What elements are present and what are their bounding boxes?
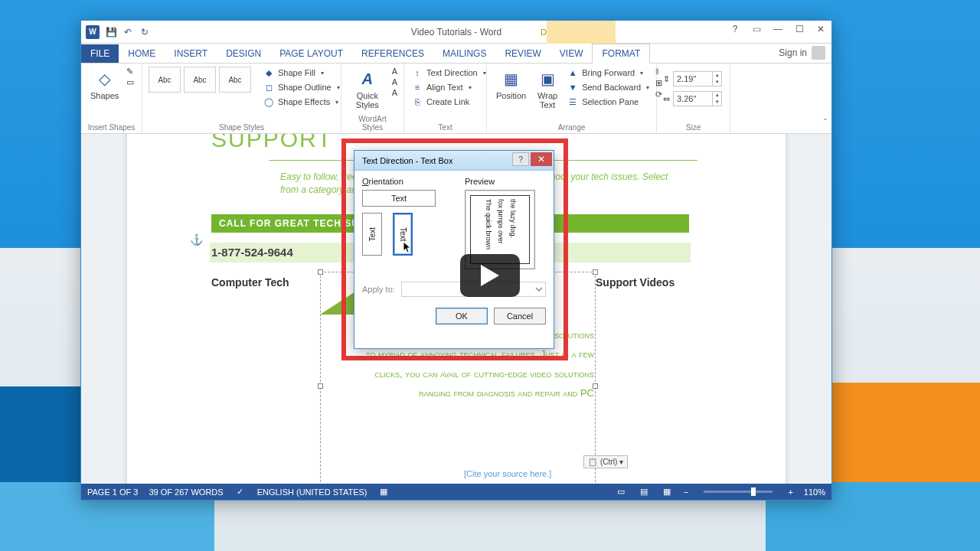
ribbon-display-button[interactable]: ▭: [746, 21, 767, 37]
ok-button[interactable]: OK: [436, 308, 488, 324]
page-indicator[interactable]: PAGE 1 OF 3: [87, 487, 138, 497]
titlebar[interactable]: W 💾 ↶ ↻ Video Tutorials - Word DRAWING T…: [81, 21, 831, 44]
shape-outline-button[interactable]: ◻Shape Outline▾: [262, 81, 341, 93]
preview-label: Preview: [465, 177, 535, 186]
spellcheck-icon[interactable]: ✓: [234, 487, 247, 497]
group-wordart: A Quick Styles A A A WordArt Styles: [341, 64, 404, 133]
fill-icon: ◆: [263, 67, 274, 78]
citation-placeholder: [Cite your source here.]: [464, 469, 551, 478]
label: Shape Fill: [278, 68, 315, 77]
sign-in-label: Sign in: [779, 47, 807, 58]
orientation-horizontal[interactable]: Text: [362, 190, 436, 207]
sign-in[interactable]: Sign in: [779, 46, 825, 60]
group-arrange: ▦Position ▣Wrap Text ▲Bring Forward▾ ▼Se…: [487, 64, 657, 133]
shape-effects-button[interactable]: ◯Shape Effects▾: [262, 96, 341, 108]
language[interactable]: ENGLISH (UNITED STATES): [257, 487, 368, 497]
text-outline-icon[interactable]: A: [392, 77, 397, 86]
orientation-vertical-up[interactable]: Text: [362, 213, 382, 256]
tab-page-layout[interactable]: PAGE LAYOUT: [270, 44, 352, 63]
text-direction-icon: ↕: [412, 67, 423, 78]
close-button[interactable]: ✕: [810, 21, 831, 37]
tab-mailings[interactable]: MAILINGS: [433, 44, 495, 63]
shapes-button[interactable]: ◇ Shapes: [87, 67, 122, 102]
zoom-thumb[interactable]: [751, 487, 756, 496]
width-value: 3.26": [674, 94, 712, 103]
dialog-body: OOrientationrientation Text Text Text Pr…: [354, 171, 554, 331]
orientation-vertical-down[interactable]: Text: [393, 213, 413, 256]
resize-handle[interactable]: [318, 269, 323, 275]
paste-options-button[interactable]: 📋(Ctrl) ▾: [583, 455, 628, 468]
effects-icon: ◯: [263, 96, 274, 107]
label: Send Backward: [582, 83, 641, 92]
maximize-button[interactable]: ☐: [789, 21, 810, 37]
selection-icon: ☰: [567, 96, 578, 107]
dialog-titlebar[interactable]: Text Direction - Text Box ? ✕: [354, 151, 554, 171]
heading-right: Support Videos: [596, 276, 675, 289]
macro-icon[interactable]: ▦: [377, 487, 390, 497]
tab-review[interactable]: REVIEW: [495, 44, 550, 63]
label: Text Direction: [426, 68, 478, 77]
text-fill-icon[interactable]: A: [392, 67, 397, 76]
tab-design[interactable]: DESIGN: [217, 44, 270, 63]
tab-view[interactable]: VIEW: [550, 44, 593, 63]
style-sample[interactable]: Abc: [149, 67, 181, 93]
zoom-slider[interactable]: [704, 491, 773, 493]
quick-styles-button[interactable]: A Quick Styles: [348, 67, 387, 111]
wrap-text-button[interactable]: ▣Wrap Text: [534, 67, 561, 111]
align-text-button[interactable]: ≡Align Text▾: [410, 81, 488, 93]
position-button[interactable]: ▦Position: [493, 67, 529, 102]
minimize-button[interactable]: —: [767, 21, 789, 37]
bring-forward-button[interactable]: ▲Bring Forward▾: [566, 67, 651, 79]
print-layout-icon[interactable]: ▤: [638, 487, 650, 497]
label: Position: [496, 91, 526, 100]
contextual-tab-bg: [547, 21, 616, 44]
label: Quick Styles: [351, 91, 384, 109]
web-layout-icon[interactable]: ▦: [661, 487, 673, 497]
resize-handle[interactable]: [318, 383, 323, 389]
preview-line: the lazy dog.: [508, 199, 517, 238]
width-input[interactable]: 3.26"▴▾: [673, 91, 722, 106]
group-shape-styles: Abc Abc Abc ◆Shape Fill▾ ◻Shape Outline▾…: [142, 64, 341, 133]
zoom-level[interactable]: 110%: [804, 487, 825, 497]
edit-shape-icon[interactable]: ✎: [126, 67, 134, 77]
cancel-button[interactable]: Cancel: [494, 308, 546, 324]
tab-file[interactable]: FILE: [81, 44, 119, 63]
tab-home[interactable]: HOME: [119, 44, 165, 63]
zoom-out-button[interactable]: −: [684, 487, 688, 497]
redo-icon[interactable]: ↻: [139, 27, 150, 37]
send-backward-button[interactable]: ▼Send Backward▾: [566, 81, 651, 93]
textbox-icon[interactable]: ▭: [126, 77, 134, 87]
group-label: Shape Styles: [149, 122, 335, 132]
zoom-in-button[interactable]: +: [788, 487, 792, 497]
text-direction-button[interactable]: ↕Text Direction▾: [410, 67, 488, 79]
word-icon: W: [86, 25, 100, 39]
group-label: Arrange: [493, 122, 650, 132]
group-label: WordArt Styles: [348, 113, 397, 132]
resize-handle[interactable]: [593, 269, 598, 275]
text-effects-icon[interactable]: A: [392, 88, 397, 97]
help-button[interactable]: ?: [724, 21, 746, 37]
height-input[interactable]: 2.19"▴▾: [673, 71, 722, 86]
dialog-help-button[interactable]: ?: [512, 152, 529, 166]
clipboard-icon: 📋: [588, 458, 597, 466]
read-mode-icon[interactable]: ▭: [615, 487, 627, 497]
video-play-button[interactable]: [460, 254, 520, 297]
collapse-ribbon-button[interactable]: ˆ: [819, 64, 831, 133]
style-sample[interactable]: Abc: [219, 67, 251, 93]
save-icon[interactable]: 💾: [106, 27, 116, 37]
width-icon: ⇔: [663, 94, 670, 104]
tab-insert[interactable]: INSERT: [165, 44, 217, 63]
create-link-button[interactable]: ⎘Create Link: [410, 96, 488, 108]
group-label: Size: [663, 122, 724, 132]
group-size: ⇕2.19"▴▾ ⇔3.26"▴▾ Size: [657, 64, 730, 133]
tab-references[interactable]: REFERENCES: [352, 44, 433, 63]
style-sample[interactable]: Abc: [184, 67, 216, 93]
label: Wrap Text: [537, 91, 558, 109]
selection-pane-button[interactable]: ☰Selection Pane: [566, 96, 651, 108]
tab-format[interactable]: FORMAT: [592, 44, 650, 64]
dialog-close-button[interactable]: ✕: [531, 152, 552, 166]
word-count[interactable]: 39 OF 267 WORDS: [149, 487, 223, 497]
shape-fill-button[interactable]: ◆Shape Fill▾: [262, 67, 341, 79]
preview-line: fox jumps over: [495, 199, 505, 244]
undo-icon[interactable]: ↶: [122, 27, 133, 37]
